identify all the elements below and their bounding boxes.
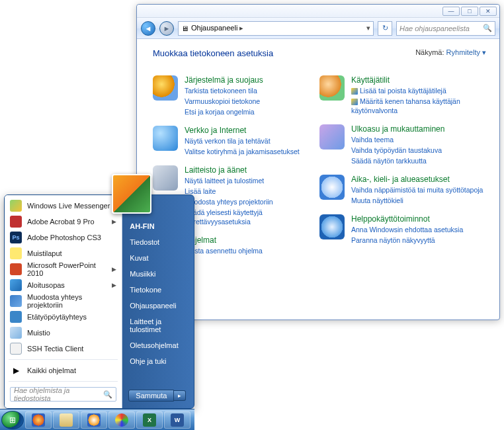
start-item[interactable]: Etätyöpöytäyhteys <box>5 309 122 325</box>
mediaplayer-icon <box>87 413 101 427</box>
cat-title[interactable]: Ulkoasu ja mukauttaminen <box>351 124 444 134</box>
control-panel-icon: 🖥 <box>181 24 189 32</box>
cat-link[interactable]: Varmuuskopioi tietokone <box>185 97 263 106</box>
rdp-icon <box>10 311 22 323</box>
breadcrumb[interactable]: 🖥 Ohjauspaneeli ▾ <box>178 21 374 36</box>
cat-system-security: Järjestelmä ja suojaus Tarkista tietokon… <box>153 75 319 116</box>
breadcrumb-seg[interactable]: Ohjauspaneeli <box>191 24 245 32</box>
start-icon <box>10 279 22 291</box>
start-right-link[interactable]: Tiedostot <box>128 234 187 250</box>
all-programs-icon: ▶ <box>10 365 22 376</box>
ps-icon: Ps <box>10 232 22 243</box>
minimize-button[interactable]: — <box>442 7 460 16</box>
cat-link[interactable]: Vaihda työpöydän taustakuva <box>351 146 444 155</box>
forward-button[interactable]: ► <box>159 21 174 36</box>
taskbar-firefox[interactable] <box>25 411 52 429</box>
cat-link[interactable]: Näytä laitteet ja tulostimet <box>185 176 319 185</box>
cat-link[interactable]: Valitse kotiryhmä ja jakamisasetukset <box>185 147 300 156</box>
start-item-label: Muistilaput <box>27 249 62 257</box>
appearance-icon <box>319 124 345 150</box>
taskbar-excel[interactable]: X <box>136 411 163 429</box>
users-icon <box>319 75 345 101</box>
cat-link[interactable]: Säädä näytön tarkkuutta <box>351 156 444 165</box>
start-item[interactable]: Adobe Acrobat 9 Pro▶ <box>5 214 122 230</box>
start-item[interactable]: Microsoft PowerPoint 2010▶ <box>5 261 122 277</box>
shutdown-group: Sammuta ▸ <box>128 388 187 403</box>
cat-link[interactable]: Lisää tai poista käyttäjätilejä <box>351 86 486 95</box>
taskbar-paint[interactable] <box>108 411 135 429</box>
start-right-link[interactable]: Tietokone <box>128 282 187 298</box>
cat-title[interactable]: Järjestelmä ja suojaus <box>185 75 263 85</box>
taskbar-media-player[interactable] <box>81 411 107 429</box>
start-search-box[interactable]: Hae ohjelmista ja tiedostoista🔍 <box>10 387 116 402</box>
ssh-icon <box>10 343 22 355</box>
cat-title[interactable]: Ohjelmat <box>185 236 263 245</box>
submenu-arrow-icon: ▶ <box>112 282 116 288</box>
cat-link[interactable]: Vaihda teema <box>351 135 444 144</box>
user-name-link[interactable]: AH-FIN <box>128 218 187 234</box>
start-right-link[interactable]: Oletusohjelmat <box>128 337 187 353</box>
cat-link[interactable]: Etsi ja korjaa ongelmia <box>185 107 263 116</box>
cat-title[interactable]: Helppokäyttötoiminnot <box>351 214 463 224</box>
user-avatar[interactable] <box>112 174 151 214</box>
separator <box>9 381 118 382</box>
start-item[interactable]: PsAdobe Photoshop CS3 <box>5 230 122 245</box>
cat-title[interactable]: Käyttäjätilit <box>351 75 486 85</box>
cat-link[interactable]: Poista asennettu ohjelma <box>185 246 263 255</box>
start-item-label: Adobe Photoshop CS3 <box>27 234 101 241</box>
start-menu: Windows Live MessengerAdobe Acrobat 9 Pr… <box>4 194 194 409</box>
start-item-label: Aloitusopas <box>27 281 65 289</box>
start-item-label: Windows Live Messenger <box>27 202 110 210</box>
taskbar-explorer[interactable] <box>53 411 79 429</box>
start-right-link[interactable]: Laitteet ja tulostimet <box>128 314 187 337</box>
cat-title[interactable]: Laitteisto ja äänet <box>185 165 319 175</box>
start-item[interactable]: SSH Tectia Client <box>5 341 122 357</box>
cat-title[interactable]: Verkko ja Internet <box>185 126 300 135</box>
cat-ease: Helppokäyttötoiminnot Anna Windowsin ehd… <box>319 214 486 245</box>
search-icon: 🔍 <box>103 390 112 399</box>
search-box[interactable]: Hae ohjauspaneelista 🔍 <box>396 21 495 36</box>
search-icon: 🔍 <box>483 24 492 32</box>
start-orb[interactable]: ⊞ <box>1 411 24 429</box>
start-left-pane: Windows Live MessengerAdobe Acrobat 9 Pr… <box>5 195 122 408</box>
start-right-link[interactable]: Musiikki <box>128 266 187 282</box>
cat-users: Käyttäjätilit Lisää tai poista käyttäjät… <box>319 75 486 115</box>
view-mode-link[interactable]: Ryhmitelty <box>446 48 486 56</box>
hardware-icon <box>153 165 178 191</box>
start-item[interactable]: Muistio <box>5 325 122 341</box>
breadcrumb-dropdown-icon[interactable]: ▾ <box>366 24 370 32</box>
cat-link[interactable]: Tarkista tietokoneen tila <box>185 86 263 95</box>
start-right-link[interactable]: Ohjauspaneeli <box>128 298 187 314</box>
separator <box>9 359 118 360</box>
shutdown-more-button[interactable]: ▸ <box>174 390 186 401</box>
maximize-button[interactable]: □ <box>461 7 478 16</box>
cat-link[interactable]: Muodosta yhteys projektoriin <box>185 197 319 206</box>
cat-link[interactable]: Vaihda näppäimistöä tai muita syöttötapo… <box>351 185 483 194</box>
back-button[interactable]: ◄ <box>141 21 155 36</box>
taskbar-word[interactable]: W <box>164 411 190 429</box>
cat-link[interactable]: Lisää laite <box>185 187 319 196</box>
all-programs-label: Kaikki ohjelmat <box>27 366 76 374</box>
cat-link[interactable]: Säädä yleisesti käytettyjä siirrettävyys… <box>185 208 319 226</box>
start-item[interactable]: Windows Live Messenger <box>5 198 122 214</box>
cat-link[interactable]: Paranna näytön näkyvyyttä <box>351 236 463 245</box>
start-item[interactable]: Muodosta yhteys projektoriin <box>5 293 122 309</box>
cat-link[interactable]: Anna Windowsin ehdottaa asetuksia <box>351 225 463 234</box>
cat-link[interactable]: Määritä kenen tahansa käyttäjän käytönva… <box>351 97 486 115</box>
start-right-link[interactable]: Ohje ja tuki <box>128 353 187 369</box>
close-button[interactable]: ✕ <box>480 7 497 16</box>
taskbar: ⊞ X W <box>0 409 194 430</box>
shutdown-button[interactable]: Sammuta <box>128 390 174 402</box>
cat-title[interactable]: Aika-, kieli- ja alueasetukset <box>351 175 483 184</box>
start-item[interactable]: Aloitusopas▶ <box>5 277 122 293</box>
start-right-link[interactable]: Kuvat <box>128 250 187 266</box>
start-item-label: Microsoft PowerPoint 2010 <box>27 261 106 277</box>
refresh-button[interactable]: ↻ <box>378 21 392 36</box>
ppt-icon <box>10 263 22 275</box>
all-programs[interactable]: ▶Kaikki ohjelmat <box>5 363 122 378</box>
cat-link[interactable]: Näytä verkon tila ja tehtävät <box>185 136 300 146</box>
start-item[interactable]: Muistilaput <box>5 245 122 261</box>
start-item-label: SSH Tectia Client <box>27 345 83 353</box>
cat-link[interactable]: Muuta näyttökieli <box>351 196 483 205</box>
firefox-icon <box>32 413 45 427</box>
